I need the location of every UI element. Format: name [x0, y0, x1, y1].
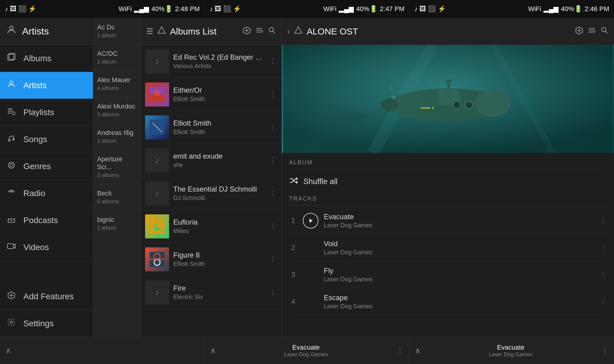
- album-art-emit: ♪: [145, 148, 169, 172]
- bottom-bar-menu-3[interactable]: ⋮: [601, 346, 609, 355]
- svg-line-26: [273, 31, 275, 33]
- album-art-essential: ♪: [145, 181, 169, 205]
- status-right-3: WiFi ▂▄▆ 40%🔋 2:46 PM: [528, 5, 609, 13]
- album-item-eufloria[interactable]: Eufloria Milieu ⋮: [141, 210, 282, 243]
- artist-name: Andreas Illig: [97, 129, 136, 137]
- sidebar-item-albums[interactable]: Albums: [0, 45, 93, 72]
- artist-name: Beck: [97, 189, 136, 197]
- chevron-up-3[interactable]: ∧: [415, 346, 421, 355]
- svg-line-45: [605, 31, 607, 33]
- artists-list: Ac Dc 1 album AC/DC 1 album Alex Mauer 4…: [93, 18, 141, 337]
- svg-point-3: [10, 81, 13, 84]
- artist-count: 3 albums: [97, 172, 136, 178]
- album-item-figure8[interactable]: Figure 8 Elliott Smith ⋮: [141, 243, 282, 276]
- album-menu-essential[interactable]: ⋮: [268, 188, 277, 198]
- bottom-bar-menu-2[interactable]: ⋮: [396, 346, 404, 355]
- chevron-up-2[interactable]: ∧: [210, 346, 216, 355]
- sidebar-item-playlists[interactable]: Playlists: [0, 99, 93, 126]
- add-album-icon[interactable]: [243, 26, 251, 37]
- artist-item-alex[interactable]: Alex Mauer 4 albums: [93, 71, 141, 97]
- track-menu-2[interactable]: ⋮: [600, 244, 607, 252]
- album-info-eitheror: Either/Or Elliott Smith: [173, 86, 264, 103]
- track-artist-3: Laser Dog Games: [324, 276, 595, 283]
- album-menu-eufloria[interactable]: ⋮: [268, 221, 277, 231]
- bottom-bar-artist-3: Laser Dog Games: [425, 351, 597, 358]
- panel3-back-icon[interactable]: ‹: [287, 27, 290, 36]
- album-menu-elliottsmith[interactable]: ⋮: [268, 122, 277, 133]
- album-artist: Milieu: [173, 228, 264, 234]
- track-item-fly[interactable]: 3 Fly Laser Dog Games ⋮: [289, 261, 607, 288]
- panel3-search-icon[interactable]: [600, 26, 609, 37]
- sidebar-item-artists[interactable]: Artists: [0, 72, 93, 99]
- tracklist-icon[interactable]: [588, 26, 596, 37]
- main-layout: Artists Albums: [0, 18, 614, 337]
- sidebar-item-genres[interactable]: Genres: [0, 153, 93, 180]
- artist-count: 6 albums: [97, 198, 136, 205]
- genres-icon: [6, 161, 17, 172]
- artist-item-acdc2[interactable]: AC/DC 1 album: [93, 44, 141, 71]
- songs-label: Songs: [23, 135, 47, 144]
- albums-icon: [6, 53, 17, 64]
- track-number-4: 4: [289, 297, 297, 306]
- artist-item-alexi[interactable]: Alexi Murdoc 3 albums: [93, 97, 141, 124]
- sidebar-item-songs[interactable]: Songs: [0, 126, 93, 153]
- panel1: Artists Albums: [0, 18, 141, 337]
- album-menu-figure8[interactable]: ⋮: [268, 254, 277, 264]
- svg-point-58: [392, 96, 395, 99]
- track-item-escape[interactable]: 4 Escape Laser Dog Games ⋮: [289, 288, 607, 315]
- track-item-void[interactable]: 2 Void Laser Dog Games ⋮: [289, 234, 607, 261]
- artist-item-andreas[interactable]: Andreas Illig 1 album: [93, 124, 141, 150]
- play-icon-1[interactable]: [303, 213, 318, 228]
- album-info-elliottsmith: Elliott Smith Elliott Smith: [173, 119, 264, 136]
- album-info-edrec: Ed Rec Vol.2 (Ed Banger R... Various Art…: [173, 53, 264, 70]
- artist-name: Alexi Murdoc: [97, 103, 136, 110]
- album-item-edrec[interactable]: ♪ Ed Rec Vol.2 (Ed Banger R... Various A…: [141, 45, 282, 78]
- album-menu-fire[interactable]: ⋮: [268, 287, 277, 297]
- album-item-elliottsmith[interactable]: Elliott Smith Elliott Smith ⋮: [141, 111, 282, 144]
- artist-item-acdc1[interactable]: Ac Dc 1 album: [93, 18, 141, 44]
- album-menu-edrec[interactable]: ⋮: [268, 56, 277, 67]
- sidebar-item-videos[interactable]: Videos: [0, 234, 93, 261]
- add-playlist-icon[interactable]: [575, 26, 583, 37]
- status-left-1: ♪ 🖼 ⬛ ⚡: [5, 5, 36, 13]
- panel2-menu-icon[interactable]: ☰: [146, 27, 153, 36]
- battery-1: 40%🔋: [151, 5, 173, 13]
- shuffle-label: Shuffle all: [303, 177, 338, 186]
- track-info-escape: Escape Laser Dog Games: [324, 294, 595, 310]
- chevron-up-1[interactable]: ∧: [5, 346, 11, 355]
- album-menu-eitheror[interactable]: ⋮: [268, 89, 277, 100]
- sidebar-item-radio[interactable]: Radio: [0, 180, 93, 207]
- svg-rect-37: [150, 258, 165, 260]
- album-item-essential[interactable]: ♪ The Essential DJ Schmolli DJ Schmolli …: [141, 177, 282, 210]
- search-icon[interactable]: [268, 26, 276, 37]
- artist-item-bignic[interactable]: bignic 1 album: [93, 210, 141, 237]
- bottom-bar-info-2: Evacuate Laser Dog Games: [220, 344, 392, 358]
- music-note-icon-fire: ♪: [155, 287, 159, 297]
- svg-rect-4: [8, 109, 13, 109]
- track-menu-3[interactable]: ⋮: [600, 271, 607, 279]
- track-item-evacuate[interactable]: 1 Evacuate Laser Dog Games ⋮: [289, 207, 607, 234]
- track-menu-1[interactable]: ⋮: [600, 217, 607, 225]
- album-menu-emit[interactable]: ⋮: [268, 155, 277, 166]
- artist-count: 1 album: [97, 138, 136, 144]
- track-info-fly: Fly Laser Dog Games: [324, 267, 595, 283]
- sidebar-item-add-features[interactable]: Add Features: [0, 283, 93, 310]
- album-artist: she: [173, 162, 264, 169]
- panel3-nowplaying: ‹ ALONE OST: [282, 18, 614, 337]
- sidebar-header-title: Artists: [22, 26, 49, 37]
- sidebar-item-settings[interactable]: Settings: [0, 310, 93, 337]
- artist-item-aperture[interactable]: Aperture Sci... 3 albums: [93, 150, 141, 184]
- sidebar-item-podcasts[interactable]: Podcasts: [0, 207, 93, 234]
- checklist-icon[interactable]: [255, 26, 264, 37]
- album-item-emit[interactable]: ♪ emit and exude she ⋮: [141, 144, 282, 177]
- album-item-fire[interactable]: ♪ Fire Electric Six ⋮: [141, 276, 282, 309]
- playlists-icon: [6, 107, 17, 118]
- track-title-4: Escape: [324, 294, 595, 302]
- shuffle-row[interactable]: Shuffle all: [289, 171, 607, 192]
- album-info-essential: The Essential DJ Schmolli DJ Schmolli: [173, 185, 264, 201]
- artist-item-beck[interactable]: Beck 6 albums: [93, 184, 141, 210]
- track-menu-4[interactable]: ⋮: [600, 298, 607, 306]
- album-item-eitheror[interactable]: Either/Or Elliott Smith ⋮: [141, 78, 282, 111]
- track-number-3: 3: [289, 270, 297, 279]
- track-artist-4: Laser Dog Games: [324, 303, 595, 310]
